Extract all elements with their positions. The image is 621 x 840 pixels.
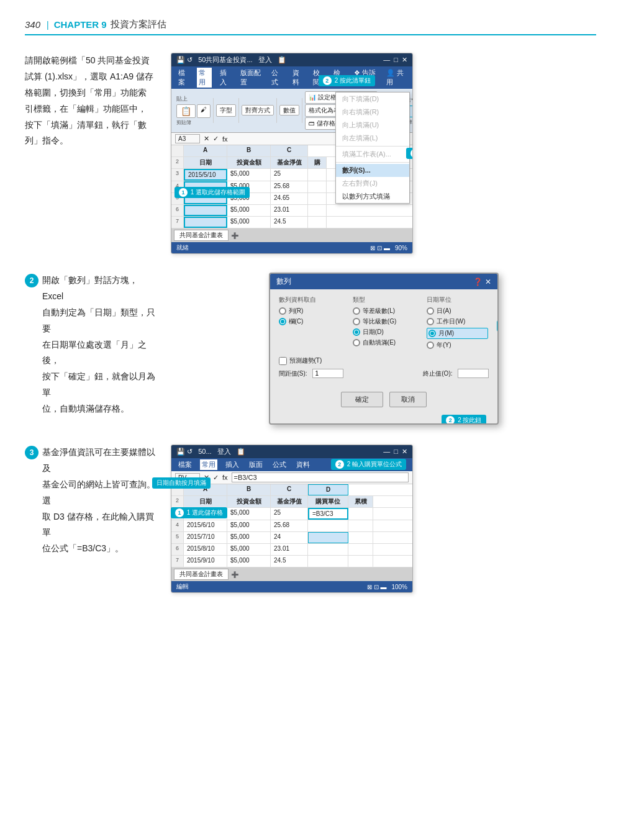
menu-insert-1[interactable]: 插入 (218, 68, 232, 88)
menu-formula-3[interactable]: 公式 (271, 459, 288, 470)
dd-up[interactable]: 向上填滿(U) (336, 119, 409, 132)
cell-b6[interactable]: $5,000 (227, 205, 271, 216)
section1-excel-area: 💾 ↺ 50共同基金投資... 登入 📋 — □ ✕ 檔案 常用 插入 版面配置… (171, 53, 596, 254)
cell-a6[interactable] (184, 205, 227, 216)
cell-b7-3[interactable]: $5,000 (227, 556, 271, 567)
ok-button[interactable]: 確定 (341, 392, 383, 407)
callout-num-e1: 1 (175, 508, 184, 517)
cell-c4-3[interactable]: 25.68 (271, 520, 308, 531)
cell-a5-3[interactable]: 2015/7/10 (184, 532, 227, 543)
btn-num[interactable]: 數值 (279, 105, 299, 115)
radio-year[interactable] (427, 341, 434, 349)
cell-b3-3[interactable]: $5,000 (227, 508, 271, 520)
cell-a2[interactable]: 日期 (184, 157, 227, 168)
cell-c7-3[interactable]: 24.5 (271, 556, 308, 567)
add-sheet-icon-1[interactable]: ➕ (231, 232, 238, 239)
menu-layout-1[interactable]: 版面配置 (238, 68, 264, 88)
menu-home-3[interactable]: 常用 (200, 459, 217, 470)
menu-share-1[interactable]: 👤 共用 (384, 68, 407, 88)
cell-c3[interactable]: 25 (271, 169, 308, 181)
cell-c6[interactable]: 23.01 (271, 205, 308, 216)
close-icon-3[interactable]: ✕ (402, 448, 407, 456)
min-icon-3[interactable]: — (383, 448, 390, 456)
btn-format-painter[interactable]: 🖌 (197, 104, 211, 118)
radio-growth[interactable] (353, 318, 360, 325)
radio-autofill[interactable] (353, 339, 360, 346)
radio-col[interactable] (279, 318, 286, 325)
dd-left[interactable]: 向左填滿(L) (336, 132, 409, 145)
cell-c6-3[interactable]: 23.01 (271, 544, 308, 555)
interval-input[interactable] (312, 369, 343, 378)
source-title: 數列資料取自 (279, 296, 340, 304)
sec2-row: 2 開啟「數列」對話方塊，Excel 自動判定為「日期」類型，只要 在日期單位處… (25, 273, 158, 417)
btn-font[interactable]: 字型 (216, 104, 236, 117)
row-num-3: 3 (171, 169, 184, 181)
cell-a6-3[interactable]: 2015/8/10 (184, 544, 227, 555)
sheet-tab-1[interactable]: 共同基金計畫表 (174, 230, 229, 241)
close-icon[interactable]: ✕ (402, 56, 407, 64)
menu-data-1[interactable]: 資料 (291, 68, 305, 88)
dd-down[interactable]: 向下填滿(D) (336, 93, 409, 106)
max-icon-3[interactable]: □ (394, 448, 398, 456)
minimize-icon[interactable]: — (383, 56, 390, 64)
radio-month[interactable] (428, 330, 436, 337)
cell-ref-1[interactable]: A3 (175, 134, 200, 143)
cell-c4[interactable]: 25.68 (271, 181, 308, 192)
dd-worksheet[interactable]: 填滿工作表(A)... (336, 148, 409, 161)
cell-b6-3[interactable]: $5,000 (227, 544, 271, 555)
dd-justify[interactable]: 左右對齊(J) (336, 177, 409, 190)
cell-b2[interactable]: 投資金額 (227, 157, 271, 168)
cell-b4-3[interactable]: $5,000 (227, 520, 271, 531)
cell-b7[interactable]: $5,000 (227, 217, 271, 228)
menu-formula-1[interactable]: 公式 (270, 68, 284, 88)
radio-row[interactable] (279, 307, 286, 315)
header-pipe: | (47, 20, 49, 30)
cell-c5[interactable]: 24.65 (271, 193, 308, 204)
cell-a7-3[interactable]: 2015/9/10 (184, 556, 227, 567)
radio-day[interactable] (427, 307, 434, 315)
menu-home-1[interactable]: 常用 (197, 68, 211, 88)
btn-paste[interactable]: 📋 (176, 104, 196, 118)
cell-c2-3[interactable]: 基金淨值 (271, 496, 308, 507)
chapter-label: CHAPTER 9 (54, 19, 107, 30)
menu-layout-3[interactable]: 版面 (247, 459, 265, 470)
maximize-icon[interactable]: □ (394, 56, 398, 64)
radio-workday[interactable] (427, 318, 434, 325)
cell-b5-3[interactable]: $5,000 (227, 532, 271, 543)
dd-right[interactable]: 向右填滿(R) (336, 106, 409, 119)
cell-c2[interactable]: 基金淨值 (271, 157, 308, 168)
menu-insert-3[interactable]: 插入 (224, 459, 241, 470)
menu-data-3[interactable]: 資料 (294, 459, 312, 470)
cell-b2-3[interactable]: 投資金額 (227, 496, 271, 507)
cell-c5-3[interactable]: 24 (271, 532, 308, 543)
add-sheet-icon-3[interactable]: ➕ (231, 571, 238, 578)
radio-linear[interactable] (353, 307, 360, 315)
end-input[interactable] (458, 369, 489, 378)
cell-c7[interactable]: 24.5 (271, 217, 308, 228)
cell-a4-3[interactable]: 2015/6/10 (184, 520, 227, 531)
formula-input-3[interactable]: =B3/C3 (232, 472, 409, 482)
menu-file-1[interactable]: 檔案 (176, 68, 191, 88)
callout-num-3: 3 (410, 149, 413, 158)
radio-date[interactable] (353, 328, 360, 336)
menu-file-3[interactable]: 檔案 (176, 459, 194, 470)
dialog-close-icon[interactable]: ✕ (485, 278, 491, 286)
cell-d3-3[interactable]: =B3/C3 (308, 508, 348, 520)
dialog-body: 數列資料取自 列(R) 欄(C) 類型 (270, 289, 497, 388)
cell-d6-3 (308, 544, 348, 555)
cell-e3-3 (348, 508, 373, 520)
cell-a7[interactable] (184, 217, 227, 228)
sheet-tabs-1: 共同基金計畫表 ➕ (171, 228, 412, 242)
predict-checkbox-input[interactable] (279, 357, 287, 365)
dialog-help-icon[interactable]: ❓ (473, 278, 483, 286)
cancel-button[interactable]: 取消 (389, 392, 427, 407)
cell-a3[interactable]: 2015/5/10 (184, 169, 227, 181)
btn-align[interactable]: 對齊方式 (242, 105, 274, 115)
dd-series[interactable]: 數列(S)... (336, 164, 409, 177)
cell-b3[interactable]: $5,000 (227, 169, 271, 181)
cell-c3-3[interactable]: 25 (271, 508, 308, 520)
cell-a2-3[interactable]: 日期 (184, 496, 227, 507)
cell-d2-3[interactable]: 購買單位 (308, 496, 348, 507)
dd-flash[interactable]: 以數列方式填滿 (336, 190, 409, 203)
sheet-tab-3[interactable]: 共同基金計畫表 (174, 569, 229, 580)
